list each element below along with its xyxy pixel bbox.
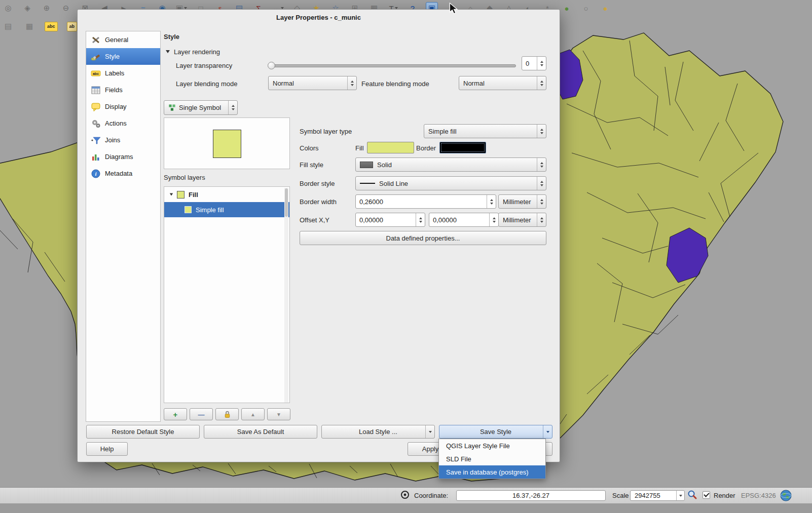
sidebar-item-diagrams[interactable]: Diagrams bbox=[86, 148, 160, 165]
remove-symbol-layer-button[interactable]: — bbox=[190, 408, 213, 420]
feature-blending-label: Feature blending mode bbox=[361, 80, 429, 88]
fill-pattern-swatch-icon bbox=[360, 162, 373, 168]
data-defined-properties-button[interactable]: Data defined properties... bbox=[300, 231, 546, 245]
sidebar-item-fields[interactable]: Fields bbox=[86, 82, 160, 98]
crs-status-label: EPSG:4326 bbox=[741, 492, 776, 499]
collapse-arrow-icon[interactable] bbox=[166, 50, 170, 53]
grass-tools-icon[interactable]: ● bbox=[561, 2, 573, 14]
spin-arrows-icon[interactable] bbox=[487, 195, 496, 208]
python-plugin-icon[interactable]: ● bbox=[599, 2, 611, 14]
dropdown-arrows-icon bbox=[537, 76, 546, 90]
speech-bubble-icon bbox=[91, 102, 101, 112]
move-label-icon[interactable]: ab bbox=[67, 22, 78, 31]
move-layer-up-button[interactable]: ▲ bbox=[241, 408, 265, 420]
dropdown-arrows-icon bbox=[537, 195, 546, 208]
label-toolbar: ▤▦abcab bbox=[2, 20, 77, 32]
lock-symbol-layer-button[interactable] bbox=[215, 408, 239, 420]
fill-color-label: Fill bbox=[355, 144, 364, 152]
zoom-out-icon[interactable]: ⊖ bbox=[60, 2, 72, 14]
border-width-unit-combo[interactable]: Millimeter bbox=[498, 194, 546, 209]
symbol-preview-panel bbox=[164, 117, 290, 169]
pan-map-icon[interactable]: ◈ bbox=[21, 2, 33, 14]
coordinate-capture-icon[interactable] bbox=[400, 490, 410, 499]
tree-item-simple-fill[interactable]: Simple fill bbox=[164, 202, 289, 217]
sidebar-item-style[interactable]: Style bbox=[86, 48, 160, 65]
tree-collapse-icon[interactable] bbox=[170, 193, 173, 196]
zoom-in-icon[interactable]: ⊕ bbox=[41, 2, 53, 14]
tree-scrollbar[interactable] bbox=[284, 188, 288, 403]
metasearch-icon[interactable]: ○ bbox=[580, 2, 592, 14]
dropdown-arrows-icon bbox=[537, 177, 546, 190]
style-heading: Style bbox=[164, 33, 179, 41]
offset-x-spinbox[interactable]: 0,00000 bbox=[355, 213, 425, 227]
dropdown-arrows-icon bbox=[537, 125, 546, 138]
abc-label-icon: abc bbox=[91, 68, 101, 78]
sidebar-item-joins[interactable]: Joins bbox=[86, 132, 160, 148]
layer-transparency-label: Layer transparency bbox=[176, 62, 232, 69]
transparency-slider[interactable] bbox=[268, 64, 516, 67]
move-layer-down-button[interactable]: ▼ bbox=[267, 408, 290, 420]
render-label: Render bbox=[714, 492, 735, 499]
scale-magnifier-icon[interactable] bbox=[687, 490, 697, 501]
sidebar-item-display[interactable]: Display bbox=[86, 98, 160, 115]
qgis-window: { "window": {"title": "Layer Properties … bbox=[0, 0, 812, 513]
coordinate-label: Coordinate: bbox=[414, 492, 448, 499]
dropdown-arrow-icon[interactable] bbox=[543, 425, 552, 438]
fill-style-combo[interactable]: Solid bbox=[355, 157, 546, 172]
border-style-combo[interactable]: Solid Line bbox=[355, 176, 546, 190]
svg-text:abc: abc bbox=[93, 71, 99, 75]
offset-label: Offset X,Y bbox=[300, 216, 329, 224]
spin-arrows-icon[interactable] bbox=[489, 213, 498, 226]
symbol-layers-tree: Fill Simple fill bbox=[164, 186, 290, 403]
dropdown-arrows-icon bbox=[537, 158, 546, 171]
sidebar-item-metadata[interactable]: i Metadata bbox=[86, 165, 160, 182]
label-toolbar-icon[interactable]: abc bbox=[45, 22, 58, 31]
save-as-default-button[interactable]: Save As Default bbox=[204, 425, 317, 439]
spin-arrows-icon[interactable] bbox=[537, 57, 546, 70]
dropdown-arrows-icon bbox=[537, 213, 546, 226]
dialog-title: Layer Properties - c_munic bbox=[78, 14, 560, 21]
symbol-layer-type-combo[interactable]: Simple fill bbox=[424, 124, 546, 138]
crs-globe-icon[interactable] bbox=[780, 489, 792, 503]
spin-arrows-icon[interactable] bbox=[416, 213, 425, 226]
dropdown-arrows-icon bbox=[347, 76, 356, 90]
tree-item-fill[interactable]: Fill bbox=[164, 187, 289, 202]
border-color-button[interactable] bbox=[439, 142, 486, 153]
offset-y-spinbox[interactable]: 0,00000 bbox=[429, 213, 499, 227]
paste-style-icon[interactable]: ▦ bbox=[23, 20, 35, 32]
info-icon: i bbox=[91, 169, 101, 179]
dropdown-arrow-icon[interactable] bbox=[676, 491, 684, 500]
symbol-type-combo[interactable]: Single Symbol bbox=[164, 100, 238, 115]
dropdown-arrow-icon[interactable] bbox=[425, 425, 434, 438]
symbol-preview-swatch bbox=[213, 130, 241, 158]
sidebar-item-general[interactable]: General bbox=[86, 31, 160, 48]
border-width-label: Border width bbox=[300, 198, 337, 206]
fill-color-button[interactable] bbox=[367, 142, 414, 153]
copy-style-icon[interactable]: ▤ bbox=[2, 20, 14, 32]
border-width-spinbox[interactable]: 0,26000 bbox=[355, 194, 496, 209]
sidebar-item-labels[interactable]: abc Labels bbox=[86, 65, 160, 82]
menu-item-qgis-style-file[interactable]: QGIS Layer Style File bbox=[439, 439, 545, 452]
transparency-spinbox[interactable]: 0 bbox=[522, 56, 546, 70]
offset-unit-combo[interactable]: Millimeter bbox=[498, 213, 546, 227]
save-style-button[interactable]: Save Style bbox=[439, 425, 552, 439]
help-button[interactable]: Help bbox=[86, 442, 128, 456]
touch-zoom-icon[interactable]: ◎ bbox=[2, 2, 14, 14]
restore-default-style-button[interactable]: Restore Default Style bbox=[86, 425, 200, 439]
menu-item-sld-file[interactable]: SLD File bbox=[439, 452, 545, 465]
transparency-slider-handle[interactable] bbox=[268, 62, 275, 69]
symbol-layers-label: Symbol layers bbox=[164, 174, 205, 181]
render-checkbox[interactable] bbox=[703, 491, 710, 499]
dropdown-arrows-icon bbox=[228, 101, 237, 114]
add-symbol-layer-button[interactable]: + bbox=[164, 408, 187, 420]
feature-blending-combo[interactable]: Normal bbox=[459, 76, 546, 90]
scale-combo[interactable]: 2942755 bbox=[630, 490, 685, 501]
load-style-button[interactable]: Load Style ... bbox=[321, 425, 435, 439]
gears-icon bbox=[91, 119, 101, 129]
checkmark-icon bbox=[704, 491, 709, 497]
layer-rendering-label[interactable]: Layer rendering bbox=[174, 48, 220, 56]
menu-item-save-in-database[interactable]: Save in database (postgres) bbox=[439, 465, 545, 479]
sidebar-item-actions[interactable]: Actions bbox=[86, 115, 160, 132]
coordinate-input[interactable]: 16.37,-26.27 bbox=[456, 490, 606, 501]
layer-blending-combo[interactable]: Normal bbox=[268, 76, 357, 90]
